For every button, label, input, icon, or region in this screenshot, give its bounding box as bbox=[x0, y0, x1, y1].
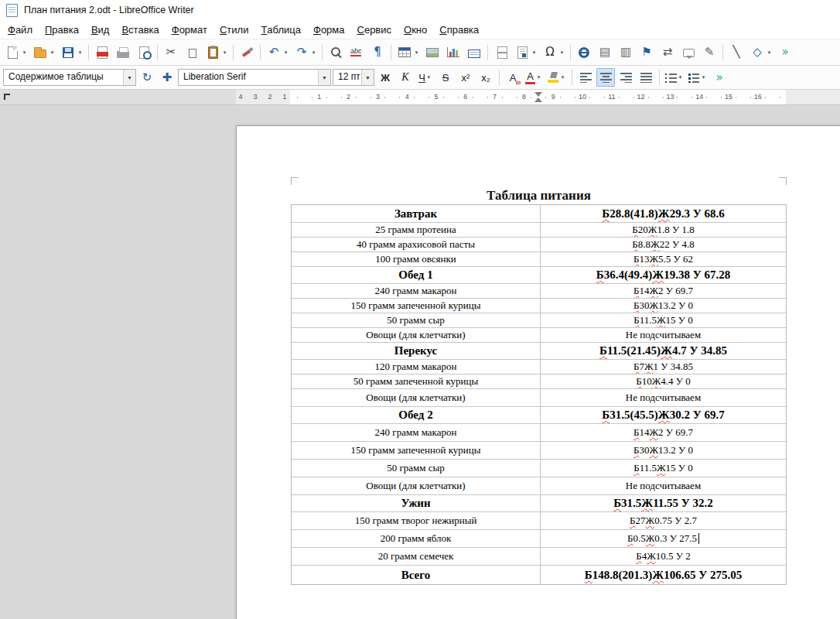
insert-comment-button[interactable] bbox=[678, 42, 698, 63]
dropdown-arrow-icon[interactable]: ▾ bbox=[21, 50, 28, 56]
align-right-button[interactable] bbox=[616, 68, 635, 87]
dropdown-arrow-icon[interactable]: ▾ bbox=[221, 50, 228, 56]
insert-field-button[interactable]: ▾ bbox=[512, 42, 539, 63]
track-changes-button[interactable]: ✎ bbox=[699, 42, 719, 63]
undo-button[interactable]: ↶▾ bbox=[264, 42, 291, 63]
save-button[interactable]: ▾ bbox=[58, 42, 85, 63]
nutrition-value-cell[interactable]: Б 7 Ж 1 У 34.85 bbox=[541, 360, 786, 374]
meal-name-cell[interactable]: Овощи (для клетчатки) bbox=[292, 328, 541, 342]
insert-textbox-button[interactable] bbox=[464, 42, 484, 63]
find-replace-button[interactable] bbox=[326, 42, 346, 63]
new-document-button[interactable]: ▾ bbox=[2, 42, 29, 63]
horizontal-ruler[interactable]: 432112345678910111213141516 bbox=[0, 90, 840, 105]
nutrition-value-cell[interactable]: Б 27 Ж 0.75 У 2.7 bbox=[541, 512, 786, 529]
menu-item-file[interactable]: Файл bbox=[2, 20, 39, 39]
nutrition-value-cell[interactable]: Б 31.5(45.5) Ж 30.2 У 69.7 bbox=[541, 407, 786, 423]
meal-name-cell[interactable]: 200 грамм яблок bbox=[292, 530, 541, 547]
formatting-marks-button[interactable]: ¶ bbox=[367, 42, 388, 63]
meal-name-cell[interactable]: 50 грамм сыр bbox=[292, 313, 541, 327]
update-style-button[interactable]: ↻ bbox=[138, 68, 156, 87]
menu-item-table[interactable]: Таблица bbox=[254, 20, 307, 39]
fmtbar-overflow-button[interactable]: » bbox=[710, 68, 729, 87]
dropdown-arrow-icon[interactable]: ▾ bbox=[700, 74, 707, 80]
dropdown-arrow-icon[interactable]: ▾ bbox=[282, 50, 289, 56]
meal-name-cell[interactable]: 50 грамм запеченной курицы bbox=[292, 374, 541, 388]
paste-button[interactable]: ▾ bbox=[203, 42, 230, 63]
dropdown-arrow-icon[interactable]: ▾ bbox=[677, 74, 684, 80]
menu-item-form[interactable]: Форма bbox=[307, 20, 351, 39]
nutrition-value-cell[interactable]: Б 30 Ж 13.2 У 0 bbox=[541, 442, 786, 459]
redo-button[interactable]: ↷▾ bbox=[292, 42, 319, 63]
copy-button[interactable] bbox=[182, 42, 202, 63]
insert-endnote-button[interactable]: ▥ bbox=[616, 42, 636, 63]
nutrition-value-cell[interactable]: Б 14 Ж 2 У 69.7 bbox=[541, 424, 786, 441]
font-color-button[interactable]: А▾ bbox=[524, 68, 544, 87]
nutrition-value-cell[interactable]: Б 14 Ж 2 У 69.7 bbox=[541, 284, 786, 298]
nutrition-value-cell[interactable]: Б 4 Ж 10.5 У 2 bbox=[541, 548, 786, 565]
dropdown-arrow-icon[interactable]: ▾ bbox=[559, 74, 566, 80]
menu-item-tools[interactable]: Сервис bbox=[351, 20, 398, 39]
insert-chart-button[interactable] bbox=[443, 42, 463, 63]
nutrition-value-cell[interactable]: Б 10 Ж 4.4 У 0 bbox=[541, 374, 786, 388]
meal-name-cell[interactable]: 150 грамм творог нежирный bbox=[292, 512, 541, 529]
strikethrough-button[interactable]: S bbox=[436, 68, 455, 87]
nutrition-value-cell[interactable]: Б 13 Ж 5.5 У 62 bbox=[541, 252, 786, 266]
align-justify-button[interactable] bbox=[637, 68, 655, 87]
insert-special-char-button[interactable]: Ω▾ bbox=[540, 42, 567, 63]
print-preview-button[interactable] bbox=[134, 42, 154, 63]
align-center-button[interactable] bbox=[596, 68, 615, 87]
menu-item-view[interactable]: Вид bbox=[85, 20, 116, 39]
menu-item-help[interactable]: Справка bbox=[433, 20, 485, 39]
highlight-color-button[interactable]: ▾ bbox=[545, 68, 568, 87]
numbered-list-button[interactable]: ▾ bbox=[687, 68, 709, 87]
meal-name-cell[interactable]: 240 грамм макарон bbox=[292, 284, 541, 298]
clone-formatting-button[interactable] bbox=[237, 42, 257, 63]
font-size-select[interactable]: 12 пт▼ bbox=[333, 69, 374, 86]
basic-shapes-button[interactable]: ◇▾ bbox=[747, 42, 774, 63]
nutrition-value-cell[interactable]: Не подсчитываем bbox=[541, 389, 786, 406]
meal-name-cell[interactable]: 25 грамм протеина bbox=[292, 223, 541, 237]
dropdown-arrow-icon[interactable]: ▾ bbox=[425, 74, 432, 80]
dropdown-arrow-icon[interactable]: ▾ bbox=[535, 74, 542, 80]
document-title[interactable]: Таблица питания bbox=[291, 187, 787, 203]
toolbar-overflow-button[interactable]: » bbox=[775, 42, 795, 63]
export-pdf-button[interactable] bbox=[92, 42, 112, 63]
clear-formatting-button[interactable]: А bbox=[504, 68, 522, 87]
nutrition-value-cell[interactable]: Б 148.8(201.3) Ж 106.65 У 275.05 bbox=[541, 566, 786, 584]
font-name-select[interactable]: Liberation Serif▼ bbox=[178, 69, 331, 86]
bold-button[interactable]: Ж bbox=[376, 68, 394, 87]
meal-name-cell[interactable]: Всего bbox=[292, 566, 541, 584]
bullet-list-button[interactable]: ▾ bbox=[664, 68, 685, 87]
dropdown-arrow-icon[interactable]: ▾ bbox=[766, 50, 773, 56]
dropdown-arrow-icon[interactable]: ▾ bbox=[49, 50, 56, 56]
nutrition-value-cell[interactable]: Б 36.4(49.4) Ж 19.38 У 67.28 bbox=[541, 267, 786, 283]
meal-name-cell[interactable]: Овощи (для клетчатки) bbox=[292, 389, 541, 406]
meal-name-cell[interactable]: 40 грамм арахисовой пасты bbox=[292, 238, 541, 251]
new-style-button[interactable]: ✚ bbox=[158, 68, 176, 87]
insert-page-break-button[interactable] bbox=[491, 42, 511, 63]
print-button[interactable] bbox=[113, 42, 133, 63]
menu-item-window[interactable]: Окно bbox=[398, 20, 433, 39]
meal-name-cell[interactable]: 100 грамм овсянки bbox=[292, 252, 541, 266]
meal-name-cell[interactable]: Перекус bbox=[292, 343, 541, 359]
align-left-button[interactable] bbox=[576, 68, 595, 87]
meal-name-cell[interactable]: Ужин bbox=[292, 495, 541, 511]
open-button[interactable]: ▾ bbox=[30, 42, 57, 63]
nutrition-value-cell[interactable]: Б 0.5 Ж 0.3 У 27.5 bbox=[541, 530, 786, 547]
spelling-button[interactable] bbox=[347, 42, 367, 63]
nutrition-value-cell[interactable]: Б 8.8 Ж 22 У 4.8 bbox=[541, 238, 786, 251]
nutrition-value-cell[interactable]: Б 11.5 Ж 15 У 0 bbox=[541, 313, 786, 327]
meal-name-cell[interactable]: 120 грамм макарон bbox=[292, 360, 541, 374]
dropdown-arrow-icon[interactable]: ▼ bbox=[318, 70, 330, 85]
meal-name-cell[interactable]: 240 грамм макарон bbox=[292, 424, 541, 441]
nutrition-value-cell[interactable]: Не подсчитываем bbox=[541, 328, 786, 342]
insert-image-button[interactable] bbox=[422, 42, 442, 63]
insert-cross-reference-button[interactable]: ⇄ bbox=[657, 42, 678, 63]
cut-button[interactable]: ✂ bbox=[161, 42, 181, 63]
nutrition-value-cell[interactable]: Б 11.5 Ж 15 У 0 bbox=[541, 460, 786, 477]
dropdown-arrow-icon[interactable]: ▼ bbox=[123, 70, 135, 85]
nutrition-value-cell[interactable]: Б 20 Ж 1.8 У 1.8 bbox=[541, 223, 786, 237]
insert-table-button[interactable]: ▾ bbox=[394, 42, 422, 63]
tab-stop-selector-icon[interactable] bbox=[4, 94, 10, 100]
insert-line-button[interactable]: ╲ bbox=[726, 42, 746, 63]
